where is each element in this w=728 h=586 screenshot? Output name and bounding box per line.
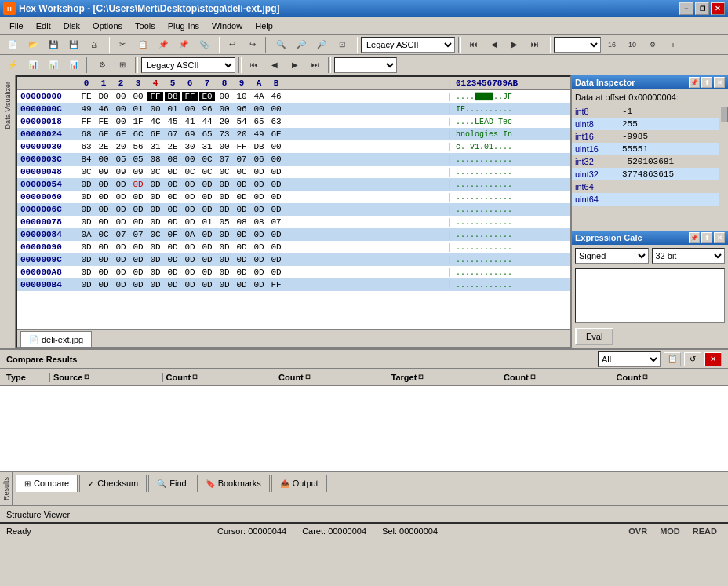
tb2-nav3[interactable]: ▶ [286, 56, 304, 74]
intel-btn[interactable]: i [664, 36, 682, 53]
tab-output[interactable]: 📤 Output [271, 475, 327, 492]
nav-next[interactable]: ▶ [505, 36, 524, 53]
di-close-button[interactable]: ✕ [714, 77, 725, 88]
encoding-select[interactable]: Legacy ASCII UTF-8 [361, 37, 455, 53]
byte-0-5[interactable]: D8 [165, 92, 180, 101]
di-row-uint8[interactable]: uint8 255 [572, 118, 719, 130]
byte-0-a[interactable]: 4A [251, 92, 267, 101]
di-row-uint16[interactable]: uint16 55551 [572, 143, 719, 155]
proc-btn[interactable]: ⚙ [643, 36, 662, 53]
nav-first[interactable]: ⏮ [464, 36, 483, 53]
file-tab-deli[interactable]: 📄 deli-ext.jpg [20, 331, 92, 347]
find2-button[interactable]: 🔎 [292, 36, 311, 53]
di-scrollbar[interactable] [719, 105, 728, 231]
tb2-nav4[interactable]: ⏭ [306, 56, 325, 74]
hex-row-7[interactable]: 00000054 0D0D0D0D0D0D0D0D0D0D0D0D ......… [17, 178, 570, 191]
byte-0-3[interactable]: 00 [130, 92, 146, 101]
hex-row-3[interactable]: 00000024 686E6F6C6F6769657320496E hnolog… [17, 128, 570, 140]
hex-content[interactable]: 00000000 FE D0 00 00 FF D8 FF E0 00 10 4… [17, 90, 570, 329]
save-all-button[interactable]: 💾 [64, 36, 83, 53]
byte-0-6[interactable]: FF [182, 92, 198, 101]
byte-0-8[interactable]: 00 [217, 92, 232, 101]
open-button[interactable]: 📂 [24, 36, 42, 53]
compare-refresh-button[interactable]: ↺ [684, 352, 701, 366]
tb2-btn4[interactable]: 📊 [64, 56, 83, 74]
di-row-int32[interactable]: int32 -520103681 [572, 155, 719, 168]
hex-row-9[interactable]: 0000006C 0D0D0D0D0D0D0D0D0D0D0D0D ......… [17, 203, 570, 216]
compare-copy-button[interactable]: 📋 [664, 352, 681, 366]
new-button[interactable]: 📄 [3, 36, 22, 53]
di-row-uint64[interactable]: uint64 [572, 193, 719, 206]
close-button[interactable]: ✕ [711, 2, 725, 15]
byte-0-b[interactable]: 46 [268, 92, 284, 101]
ec-signed-select[interactable]: Signed Unsigned [575, 248, 649, 264]
encoding-select2[interactable]: Legacy ASCII [141, 57, 235, 73]
results-tab[interactable]: Results [2, 472, 11, 505]
restore-button[interactable]: ❐ [695, 2, 709, 15]
di-row-int64[interactable]: int64 [572, 180, 719, 193]
ec-float-button[interactable]: ⬆ [701, 232, 712, 243]
tb2-nav2[interactable]: ◀ [265, 56, 284, 74]
eval-button[interactable]: Eval [575, 328, 613, 345]
hex-row-4[interactable]: 00000030 632E2056312E303100FFDB00 c. V1.… [17, 140, 570, 153]
format-select[interactable] [554, 37, 601, 53]
tb2-format-select[interactable] [334, 57, 397, 73]
compare-button[interactable]: ⊡ [333, 36, 351, 53]
menu-plugins[interactable]: Plug-Ins [162, 20, 206, 32]
hex-row-11[interactable]: 00000084 0A0C07070C0F0A0D0D0D0D0D ......… [17, 228, 570, 241]
di-float-button[interactable]: ⬆ [701, 77, 712, 88]
tb2-btn1[interactable]: ⚡ [3, 56, 22, 74]
menu-disk[interactable]: Disk [57, 20, 86, 32]
hex-row-8[interactable]: 00000060 0D0D0D0D0D0D0D0D0D0D0D0D ......… [17, 191, 570, 203]
byte-0-7[interactable]: E0 [199, 92, 215, 101]
tab-bookmarks[interactable]: 🔖 Bookmarks [197, 475, 270, 492]
tb2-nav1[interactable]: ⏮ [245, 56, 264, 74]
menu-tools[interactable]: Tools [129, 20, 162, 32]
menu-edit[interactable]: Edit [30, 20, 57, 32]
menu-options[interactable]: Options [86, 20, 129, 32]
tb2-grid[interactable]: ⊞ [113, 56, 132, 74]
compare-filter-select[interactable]: All Different Same [598, 351, 661, 367]
byte-0-1[interactable]: D0 [96, 92, 111, 101]
tb2-btn2[interactable]: 📊 [24, 56, 42, 74]
menu-window[interactable]: Window [206, 20, 249, 32]
di-row-int8[interactable]: int8 -1 [572, 105, 719, 118]
hex-row-12[interactable]: 00000090 0D0D0D0D0D0D0D0D0D0D0D0D ......… [17, 241, 570, 253]
find-button[interactable]: 🔍 [271, 36, 290, 53]
expression-input[interactable] [575, 268, 725, 323]
find3-button[interactable]: 🔎 [312, 36, 331, 53]
paste-button[interactable]: 📌 [154, 36, 173, 53]
tb2-settings[interactable]: ⚙ [93, 56, 111, 74]
paste3-button[interactable]: 📎 [195, 36, 213, 53]
redo-button[interactable]: ↪ [243, 36, 262, 53]
byte-0-4[interactable]: FF [147, 92, 163, 101]
data-visualizer-tab[interactable]: Data Visualizer [2, 75, 14, 135]
ec-pin-button[interactable]: 📌 [689, 232, 700, 243]
hex-row-10[interactable]: 00000078 0D0D0D0D0D0D0D0105080807 ......… [17, 216, 570, 228]
tab-find[interactable]: 🔍 Find [148, 475, 195, 492]
hex-row-0[interactable]: 00000000 FE D0 00 00 FF D8 FF E0 00 10 4… [17, 90, 570, 103]
byte-0-9[interactable]: 10 [234, 92, 249, 101]
compare-close-button[interactable]: ✕ [704, 352, 722, 366]
di-row-int16[interactable]: int16 -9985 [572, 130, 719, 143]
di-row-uint32[interactable]: uint32 3774863615 [572, 168, 719, 180]
nav-last[interactable]: ⏭ [526, 36, 544, 53]
menu-help[interactable]: Help [249, 20, 279, 32]
dec-btn[interactable]: 10 [623, 36, 642, 53]
save-button[interactable]: 💾 [44, 36, 63, 53]
hex-row-13[interactable]: 0000009C 0D0D0D0D0D0D0D0D0D0D0D0D ......… [17, 253, 570, 266]
hex-btn[interactable]: 16 [602, 36, 621, 53]
paste2-button[interactable]: 📌 [174, 36, 193, 53]
nav-prev[interactable]: ◀ [485, 36, 504, 53]
hex-row-14[interactable]: 000000A8 0D0D0D0D0D0D0D0D0D0D0D0D ......… [17, 266, 570, 278]
ec-bit-select[interactable]: 32 bit 8 bit 16 bit 64 bit [652, 248, 726, 264]
tab-compare[interactable]: ⊞ Compare [16, 475, 78, 492]
hex-row-15[interactable]: 000000B4 0D0D0D0D0D0D0D0D0D0D0DFF ......… [17, 278, 570, 291]
print-button[interactable]: 🖨 [85, 36, 104, 53]
hex-row-2[interactable]: 00000018 FFFE001F4C45414420546563 ....LE… [17, 115, 570, 128]
copy-button[interactable]: 📋 [133, 36, 152, 53]
tab-checksum[interactable]: ✓ Checksum [79, 475, 147, 492]
byte-0-0[interactable]: FE [78, 92, 94, 101]
byte-0-2[interactable]: 00 [113, 92, 129, 101]
tb2-btn3[interactable]: 📊 [44, 56, 63, 74]
